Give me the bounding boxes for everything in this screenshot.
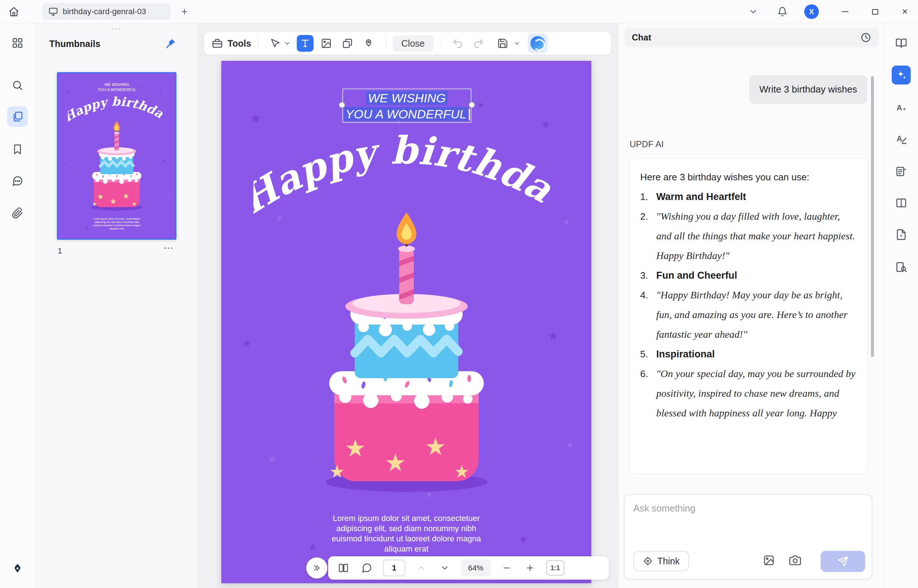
save-icon <box>497 38 508 49</box>
page-layout-button[interactable] <box>336 561 351 575</box>
select-tool[interactable] <box>267 35 283 52</box>
ai-file-button[interactable] <box>892 225 911 244</box>
svg-text:A: A <box>897 134 902 143</box>
expand-pagebar-button[interactable] <box>306 557 327 578</box>
wish-item: 2. "Wishing you a day filled with love, … <box>640 207 857 266</box>
speech-bubble-icon <box>361 562 372 573</box>
history-clock-icon <box>860 32 871 43</box>
save-dropdown[interactable] <box>512 35 522 52</box>
text-selection-box[interactable]: WE WISHING YOU A WONDERFUL <box>342 89 471 123</box>
selection-handle-right[interactable] <box>468 102 475 108</box>
text-tool[interactable] <box>297 35 314 52</box>
attach-image-button[interactable] <box>761 552 777 568</box>
chevron-down-icon <box>440 563 450 573</box>
ai-summarize-button[interactable] <box>892 162 911 181</box>
search-button[interactable] <box>7 75 28 95</box>
previous-page-button[interactable] <box>414 561 429 575</box>
text-edit-icon: A <box>895 132 907 145</box>
new-tab-button[interactable]: + <box>177 4 192 19</box>
chevron-down-icon <box>748 7 758 16</box>
toolbox-icon <box>212 37 223 49</box>
document-search-icon <box>895 261 907 273</box>
comment-icon <box>12 175 23 187</box>
image-tool[interactable] <box>318 35 335 52</box>
toolbar-divider <box>386 37 386 50</box>
thumbnail-more-button[interactable]: ⋯ <box>164 242 174 254</box>
card-body-text: Lorem ipsum dolor sit amet, consectetuer… <box>321 513 492 554</box>
card-body-text: Lorem ipsum dolor sit amet, consectetuer… <box>89 218 144 231</box>
selection-handle-left[interactable] <box>339 102 345 108</box>
chat-scrollbar[interactable] <box>871 76 874 357</box>
watermark-tool[interactable] <box>360 35 377 52</box>
home-button[interactable] <box>6 4 21 19</box>
image-add-icon <box>763 554 775 566</box>
ai-rewrite-button[interactable]: A <box>892 129 911 148</box>
redo-button[interactable] <box>470 35 487 52</box>
pdf-page[interactable]: ★★★★★★★★★★★★★ WE WISHING YOU A WONDERFUL… <box>221 61 591 583</box>
bell-icon <box>777 6 787 17</box>
chat-title: Chat <box>632 32 651 43</box>
side-by-side-button[interactable] <box>892 194 911 212</box>
document-tab[interactable]: birthday-card-genral-03 <box>42 3 171 20</box>
chat-input[interactable] <box>633 503 859 514</box>
minimize-button[interactable] <box>838 4 852 19</box>
attachments-button[interactable] <box>7 203 28 223</box>
home-icon <box>8 6 19 17</box>
save-button[interactable] <box>494 35 511 52</box>
image-icon <box>321 38 332 49</box>
user-avatar[interactable]: X <box>804 4 819 19</box>
window-menu-button[interactable] <box>746 4 761 19</box>
zoom-in-button[interactable] <box>523 561 538 575</box>
pushpin-icon <box>165 38 176 49</box>
maximize-button[interactable] <box>868 4 882 19</box>
chat-panel: Chat Write 3 birthday wishes UPDF AI Her… <box>618 23 884 588</box>
ai-translate-button[interactable]: A <box>892 99 911 117</box>
monitor-icon <box>48 6 58 17</box>
ai-responder-name: UPDF AI <box>630 139 664 149</box>
actual-size-button[interactable]: 1:1 <box>546 560 564 576</box>
close-window-button[interactable]: × <box>898 4 912 19</box>
chat-input-box[interactable]: Think <box>624 494 873 580</box>
send-button[interactable] <box>821 551 865 572</box>
wish-item: 1. Warm and Heartfelt <box>640 187 857 207</box>
ai-response-card: Here are 3 birthday wishes you can use: … <box>630 158 868 474</box>
page-thumbnails-button[interactable] <box>7 107 28 127</box>
reader-mode-button[interactable] <box>892 34 911 52</box>
right-toolbar: A A <box>884 23 918 588</box>
notifications-button[interactable] <box>775 4 790 19</box>
tools-menu-button[interactable]: Tools <box>212 37 251 49</box>
card-heading-line1: WE WISHING <box>366 91 447 105</box>
zoom-out-button[interactable] <box>499 561 514 575</box>
ai-search-button[interactable] <box>892 258 911 276</box>
screenshot-button[interactable] <box>787 552 803 568</box>
apps-grid-button[interactable] <box>7 33 28 53</box>
zoom-level[interactable]: 64% <box>461 560 491 576</box>
pen-tools-button[interactable] <box>7 558 28 578</box>
file-sparkle-icon <box>895 229 907 241</box>
annotation-toggle-button[interactable] <box>359 561 374 575</box>
link-tool[interactable] <box>339 35 356 52</box>
page-number-input[interactable] <box>383 560 405 576</box>
chat-history-button[interactable] <box>860 32 871 43</box>
bookmarks-button[interactable] <box>7 139 28 160</box>
chevron-down-icon <box>283 40 291 47</box>
text-selection-box[interactable]: WE WISHING YOU A WONDERFUL <box>96 82 138 92</box>
camera-icon <box>789 554 801 566</box>
thumbnail-page-number: 1 <box>58 246 62 256</box>
next-page-button[interactable] <box>437 561 452 575</box>
comments-button[interactable] <box>7 171 28 191</box>
split-view-icon <box>895 197 907 209</box>
undo-button[interactable] <box>449 35 466 52</box>
ai-chat-button[interactable] <box>892 66 911 84</box>
panel-drag-handle[interactable]: ⋯ <box>35 24 198 34</box>
redo-icon <box>473 38 484 49</box>
pin-panel-button[interactable] <box>163 36 179 52</box>
tools-label: Tools <box>228 38 251 49</box>
close-edit-button[interactable]: Close <box>393 36 434 52</box>
select-tool-dropdown[interactable] <box>282 35 292 52</box>
think-mode-button[interactable]: Think <box>633 551 689 571</box>
ai-assistant-button[interactable] <box>528 34 547 53</box>
thumbnails-panel: ⋯ Thumbnails ★★★★★★★★★★★★★ WE WISHING YO… <box>35 23 198 588</box>
chevron-up-icon <box>417 563 426 573</box>
page-thumbnail[interactable]: ★★★★★★★★★★★★★ WE WISHING YOU A WONDERFUL… <box>57 72 176 240</box>
